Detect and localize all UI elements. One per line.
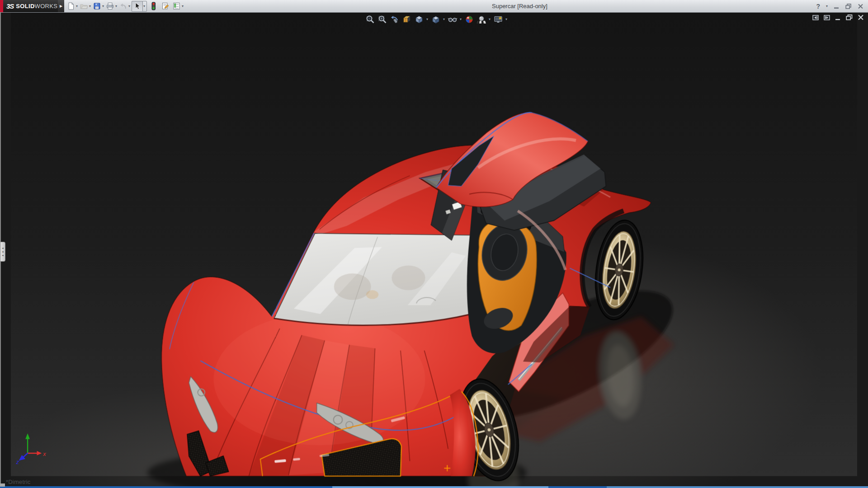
brand-name-light: WORKS xyxy=(35,3,58,9)
previous-view-icon xyxy=(390,14,400,24)
hide-show-items-button[interactable] xyxy=(447,14,458,25)
save-button[interactable] xyxy=(92,1,102,11)
pane-expand-right-icon xyxy=(824,15,830,20)
select-tool-button[interactable] xyxy=(132,1,142,12)
open-dropdown-caret[interactable]: ▾ xyxy=(89,1,92,11)
status-bar-edge xyxy=(0,486,868,488)
document-minimize-button[interactable] xyxy=(835,15,841,20)
options-dropdown-caret[interactable]: ▾ xyxy=(181,1,185,11)
close-icon xyxy=(858,14,864,20)
document-close-button[interactable] xyxy=(858,14,864,20)
zoom-to-fit-button[interactable] xyxy=(364,14,376,25)
file-properties-icon xyxy=(161,2,170,10)
restore-icon xyxy=(846,14,853,20)
new-dropdown-caret[interactable]: ▾ xyxy=(75,1,79,11)
new-document-icon xyxy=(66,2,75,10)
open-icon xyxy=(80,2,88,10)
help-icon[interactable]: ? xyxy=(816,3,820,10)
print-dropdown-caret[interactable]: ▾ xyxy=(115,1,118,11)
options-icon xyxy=(172,2,181,10)
section-view-button[interactable] xyxy=(401,14,412,25)
solidworks-logo: 3S SOLID WORKS xyxy=(0,0,58,12)
titlebar: 3S SOLID WORKS ▶ ▾ ▾ xyxy=(0,0,868,13)
status-bar-segment xyxy=(332,486,548,488)
view-orientation-icon xyxy=(414,14,424,24)
pane-expand-left-button[interactable] xyxy=(812,15,819,20)
view-orientation-caret[interactable]: ▾ xyxy=(425,17,429,21)
triad-x-label: x xyxy=(42,451,46,457)
new-document-button[interactable] xyxy=(66,1,75,11)
display-style-caret[interactable]: ▾ xyxy=(442,17,446,21)
section-view-icon xyxy=(402,14,412,24)
minimize-icon xyxy=(835,15,841,20)
ds-logo-glyph: 3S xyxy=(6,2,14,10)
save-dropdown-caret[interactable]: ▾ xyxy=(102,1,105,11)
hide-show-items-caret[interactable]: ▾ xyxy=(459,17,462,21)
edit-appearance-button[interactable] xyxy=(463,14,475,25)
display-style-icon xyxy=(431,14,441,24)
feature-manager-flyout-tab[interactable]: ◂ ◂ ◂ xyxy=(0,242,5,262)
heads-up-view-toolbar: ▾ ▾ ▾ xyxy=(364,14,508,25)
pane-expand-left-icon xyxy=(812,15,819,20)
view-settings-icon xyxy=(493,14,503,24)
hide-show-items-icon xyxy=(448,14,458,24)
undo-dropdown-caret[interactable]: ▾ xyxy=(128,1,132,11)
graphics-viewport[interactable]: x z xyxy=(0,12,868,488)
print-button[interactable] xyxy=(105,1,115,11)
options-button[interactable] xyxy=(172,1,181,11)
document-window-controls xyxy=(812,14,864,20)
restore-icon[interactable] xyxy=(845,4,852,9)
document-restore-button[interactable] xyxy=(846,14,853,20)
undo-button[interactable] xyxy=(118,1,128,11)
select-dropdown-button[interactable]: ▾ xyxy=(142,1,147,12)
collapse-arrow-icon: ◂ xyxy=(2,254,3,257)
menu-expand-arrow[interactable]: ▶ xyxy=(58,0,64,12)
apply-scene-caret[interactable]: ▾ xyxy=(488,17,491,21)
edit-appearance-icon xyxy=(464,14,474,24)
print-icon xyxy=(106,2,114,10)
apply-scene-icon xyxy=(476,14,486,24)
display-style-button[interactable] xyxy=(430,14,441,25)
view-orientation-button[interactable] xyxy=(413,14,425,25)
zoom-to-area-button[interactable] xyxy=(377,14,388,25)
previous-view-button[interactable] xyxy=(389,14,400,25)
open-button[interactable] xyxy=(79,1,89,11)
collapse-arrow-icon: ◂ xyxy=(2,250,3,253)
collapse-arrow-icon: ◂ xyxy=(2,247,3,249)
zoom-to-area-icon xyxy=(377,14,387,24)
window-controls: ? ▾ xyxy=(816,0,863,12)
minimize-icon[interactable] xyxy=(834,4,840,9)
select-dropdown-caret: ▾ xyxy=(143,1,146,11)
brand-red-stripe xyxy=(0,0,3,12)
select-cursor-icon xyxy=(133,2,142,10)
save-icon xyxy=(93,2,101,10)
bottom-left-corner xyxy=(0,483,5,487)
3d-scene[interactable]: x z xyxy=(0,12,868,488)
hood-glow xyxy=(214,313,425,446)
zoom-to-fit-icon xyxy=(365,14,375,24)
checkered-floor xyxy=(477,21,486,23)
view-orientation-label: *Dimetric xyxy=(6,479,31,485)
close-icon[interactable] xyxy=(858,4,863,9)
undo-icon xyxy=(119,2,127,10)
pane-expand-right-button[interactable] xyxy=(824,15,830,20)
view-settings-button[interactable] xyxy=(492,14,504,25)
status-bar-segment xyxy=(607,486,868,488)
brand-name-bold: SOLID xyxy=(16,3,34,9)
help-dropdown-caret[interactable]: ▾ xyxy=(826,1,828,11)
file-properties-button[interactable] xyxy=(160,1,170,11)
apply-scene-button[interactable] xyxy=(476,14,487,25)
rebuild-button[interactable] xyxy=(149,1,158,11)
quick-access-toolbar: ▾ ▾ ▾ xyxy=(66,0,185,12)
window-title: Supercar [Read-only] xyxy=(492,0,547,12)
view-settings-caret[interactable]: ▾ xyxy=(505,17,508,21)
triad-z-label: z xyxy=(16,459,19,465)
rebuild-traffic-light-icon xyxy=(149,2,158,10)
